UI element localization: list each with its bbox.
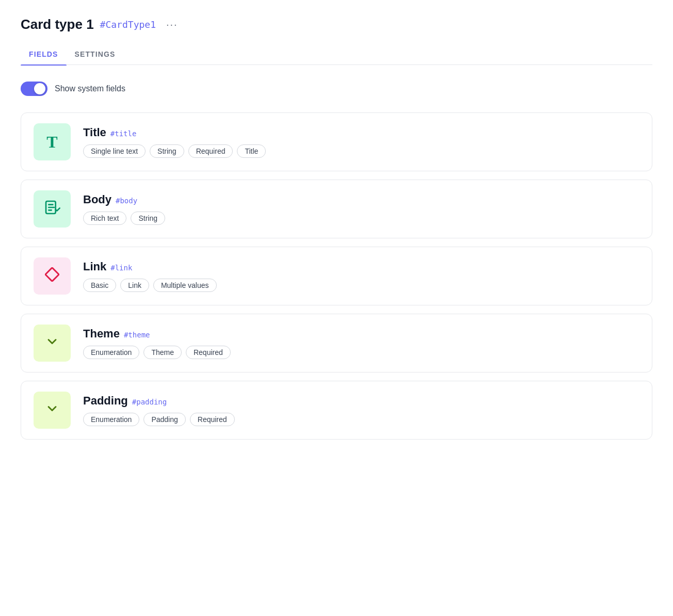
field-tag: Enumeration [83,346,139,359]
field-tag: Enumeration [83,413,139,426]
field-tags: EnumerationPaddingRequired [83,413,639,426]
tab-fields[interactable]: FIELDS [21,45,67,64]
show-system-fields-toggle[interactable] [21,82,47,96]
field-tag: String [131,212,165,225]
dropdown-icon [45,334,59,352]
dropdown-icon [45,401,59,419]
field-tag: Padding [143,413,185,426]
field-tag: Basic [83,279,116,292]
field-tag: Multiple values [153,279,217,292]
field-info: Theme #theme EnumerationThemeRequired [83,327,639,359]
field-name: Link [83,260,106,273]
field-info: Link #link BasicLinkMultiple values [83,260,639,292]
more-options-button[interactable]: ··· [162,17,182,33]
svg-rect-1 [45,267,59,281]
field-tag: Required [188,144,233,158]
field-name-row: Body #body [83,193,639,206]
field-tags: BasicLinkMultiple values [83,279,639,292]
field-tags: Rich textString [83,212,639,225]
toggle-row: Show system fields [21,82,652,96]
field-tag: Single line text [83,144,146,158]
field-card[interactable]: Link #link BasicLinkMultiple values [21,247,652,305]
field-name: Title [83,126,106,139]
field-card[interactable]: T Title #title Single line textStringReq… [21,112,652,171]
field-info: Body #body Rich textString [83,193,639,225]
field-name: Theme [83,327,120,341]
field-tag: Title [237,144,266,158]
field-id: #theme [124,331,150,339]
field-id: #padding [132,398,167,406]
field-id: #body [116,197,137,205]
field-id: #title [110,129,137,138]
field-card[interactable]: Theme #theme EnumerationThemeRequired [21,314,652,372]
field-icon [34,257,71,295]
field-tag: Required [190,413,235,426]
field-tag: Theme [143,346,182,359]
field-tag: Rich text [83,212,126,225]
field-name-row: Theme #theme [83,327,639,341]
field-tags: Single line textStringRequiredTitle [83,144,639,158]
rich-text-icon [44,199,60,219]
field-name: Body [83,193,111,206]
field-name: Padding [83,394,128,408]
field-name-row: Title #title [83,126,639,139]
toggle-knob [34,83,45,94]
field-card[interactable]: Body #body Rich textString [21,180,652,238]
field-tags: EnumerationThemeRequired [83,346,639,359]
field-name-row: Padding #padding [83,394,639,408]
field-icon [34,325,71,362]
text-icon: T [46,133,57,152]
field-icon: T [34,123,71,160]
field-tag: String [150,144,184,158]
field-info: Title #title Single line textStringRequi… [83,126,639,158]
field-icon [34,190,71,228]
toggle-label: Show system fields [55,84,125,93]
page-title: Card type 1 [21,17,94,33]
page-id: #CardType1 [100,19,156,30]
page-header: Card type 1 #CardType1 ··· [21,17,652,33]
field-tag: Required [186,346,231,359]
field-tag: Link [120,279,149,292]
tab-settings[interactable]: SETTINGS [67,45,124,64]
field-card[interactable]: Padding #padding EnumerationPaddingRequi… [21,381,652,440]
diamond-icon [45,267,59,285]
field-info: Padding #padding EnumerationPaddingRequi… [83,394,639,426]
field-name-row: Link #link [83,260,639,273]
fields-list: T Title #title Single line textStringReq… [21,112,652,440]
tabs: FIELDS SETTINGS [21,45,652,65]
field-id: #link [110,264,132,272]
field-icon [34,392,71,429]
